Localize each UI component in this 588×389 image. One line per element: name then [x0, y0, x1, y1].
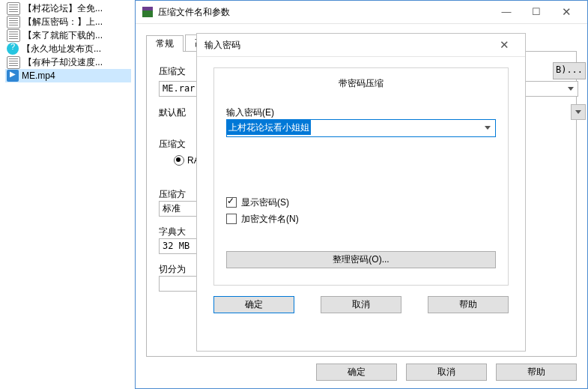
tab-general[interactable]: 常规 [146, 35, 184, 52]
dialog-body: 带密码压缩 输入密码(E) 上村花论坛看小姐姐 显示密码(S) 加密文件名(N)… [197, 57, 525, 324]
checkbox-box-icon [226, 214, 237, 224]
cancel-button[interactable]: 取消 [406, 364, 487, 381]
dialog-titlebar: 输入密码 ✕ [197, 34, 525, 57]
minimize-button[interactable]: ― [491, 1, 521, 22]
rar-icon [142, 6, 154, 18]
password-input[interactable]: 上村花论坛看小姐姐 [226, 119, 496, 137]
password-dialog: 输入密码 ✕ 带密码压缩 输入密码(E) 上村花论坛看小姐姐 显示密码(S) 加… [196, 33, 526, 352]
profile-combo[interactable] [571, 104, 586, 120]
checkbox-box-icon [226, 197, 237, 208]
text-file-icon [7, 16, 20, 28]
close-button[interactable]: ✕ [551, 1, 581, 22]
html-file-icon [7, 43, 19, 55]
close-button[interactable]: ✕ [489, 34, 519, 55]
file-row[interactable]: 【来了就能下载的... [5, 28, 131, 42]
dict-value: 32 MB [160, 241, 193, 251]
label-password: 输入密码(E) [226, 106, 496, 119]
cancel-button[interactable]: 取消 [321, 296, 401, 313]
dialog-title: 压缩文件名和参数 [158, 1, 491, 23]
method-value: 标准 [160, 203, 184, 214]
checkbox-encrypt-label: 加密文件名(N) [241, 213, 299, 226]
organize-passwords-button[interactable]: 整理密码(O)... [226, 251, 496, 268]
password-group: 带密码压缩 输入密码(E) 上村花论坛看小姐姐 显示密码(S) 加密文件名(N)… [213, 67, 509, 286]
radio-dot-icon [174, 155, 184, 166]
dialog-footer: 确定 取消 帮助 [316, 364, 577, 381]
file-list: 【村花论坛】全免...【解压密码：】上...【来了就能下载的...【永久地址发布… [5, 1, 131, 82]
help-button[interactable]: 帮助 [428, 296, 509, 313]
file-name: ME.mp4 [22, 70, 55, 81]
dialog-title: 输入密码 [204, 34, 489, 56]
password-value: 上村花论坛看小姐姐 [227, 120, 311, 135]
file-name: 【来了就能下载的... [23, 29, 103, 42]
text-file-icon [7, 56, 20, 69]
file-row[interactable]: 【永久地址发布页... [5, 42, 131, 55]
dialog-titlebar: 压缩文件名和参数 ― ☐ ✕ [136, 1, 587, 24]
file-name: 【解压密码：】上... [23, 16, 103, 28]
ok-button[interactable]: 确定 [213, 296, 294, 313]
archive-filename: ME.rar [160, 83, 198, 94]
browse-button[interactable]: B)... [553, 62, 586, 79]
checkbox-show-password[interactable]: 显示密码(S) [226, 196, 496, 209]
dialog-footer: 确定 取消 帮助 [213, 296, 509, 313]
file-row[interactable]: 【有种子却没速度... [5, 55, 131, 69]
group-title: 带密码压缩 [226, 77, 496, 90]
file-row[interactable]: ME.mp4 [5, 69, 131, 82]
file-name: 【村花论坛】全免... [23, 2, 103, 15]
file-name: 【有种子却没速度... [23, 56, 103, 69]
help-button[interactable]: 帮助 [496, 364, 577, 381]
file-name: 【永久地址发布页... [22, 43, 101, 55]
ok-button[interactable]: 确定 [316, 364, 397, 381]
file-row[interactable]: 【解压密码：】上... [5, 15, 131, 28]
maximize-button[interactable]: ☐ [521, 1, 551, 22]
checkbox-show-password-label: 显示密码(S) [241, 196, 289, 209]
checkbox-encrypt-filenames[interactable]: 加密文件名(N) [226, 212, 496, 226]
file-row[interactable]: 【村花论坛】全免... [5, 1, 131, 15]
text-file-icon [7, 2, 20, 15]
video-file-icon [7, 70, 19, 82]
text-file-icon [7, 29, 20, 42]
